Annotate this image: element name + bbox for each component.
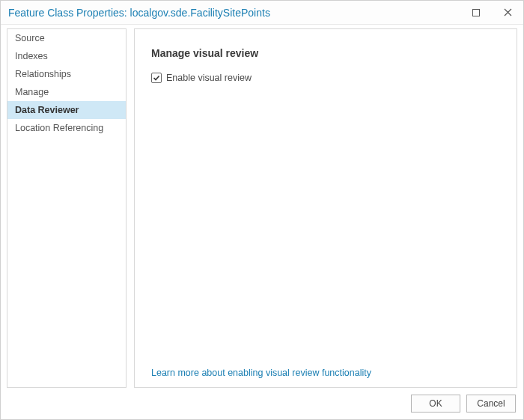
sidebar-item-location-referencing[interactable]: Location Referencing <box>7 119 126 137</box>
window-title: Feature Class Properties: localgov.sde.F… <box>8 7 460 19</box>
sidebar-item-label: Location Referencing <box>15 123 103 133</box>
sidebar-item-label: Relationships <box>15 69 71 79</box>
sidebar-item-label: Manage <box>15 87 49 97</box>
checkbox-box <box>151 73 162 83</box>
sidebar-item-indexes[interactable]: Indexes <box>7 47 126 65</box>
maximize-button[interactable] <box>460 1 492 25</box>
maximize-icon <box>472 9 480 16</box>
close-button[interactable] <box>492 1 523 25</box>
section-title: Manage visual review <box>151 47 500 59</box>
dialog-window: Feature Class Properties: localgov.sde.F… <box>0 0 524 420</box>
sidebar-item-label: Data Reviewer <box>15 105 79 115</box>
main-panel: Manage visual review Enable visual revie… <box>134 28 517 388</box>
checkbox-label: Enable visual review <box>166 73 252 83</box>
sidebar-item-label: Indexes <box>15 51 48 61</box>
check-icon <box>153 74 160 82</box>
sidebar-item-relationships[interactable]: Relationships <box>7 65 126 83</box>
ok-button[interactable]: OK <box>411 395 460 413</box>
footer: OK Cancel <box>1 388 523 419</box>
sidebar-item-manage[interactable]: Manage <box>7 83 126 101</box>
sidebar-item-label: Source <box>15 33 45 43</box>
enable-visual-review-checkbox[interactable]: Enable visual review <box>151 73 500 83</box>
titlebar: Feature Class Properties: localgov.sde.F… <box>1 1 523 25</box>
close-icon <box>504 8 512 16</box>
svg-rect-0 <box>473 9 480 16</box>
spacer <box>151 83 500 368</box>
cancel-button[interactable]: Cancel <box>466 395 516 413</box>
learn-more-link[interactable]: Learn more about enabling visual review … <box>151 368 500 380</box>
content-area: SourceIndexesRelationshipsManageData Rev… <box>1 25 523 388</box>
sidebar-item-data-reviewer[interactable]: Data Reviewer <box>7 101 126 119</box>
sidebar: SourceIndexesRelationshipsManageData Rev… <box>7 28 127 388</box>
sidebar-item-source[interactable]: Source <box>7 29 126 47</box>
